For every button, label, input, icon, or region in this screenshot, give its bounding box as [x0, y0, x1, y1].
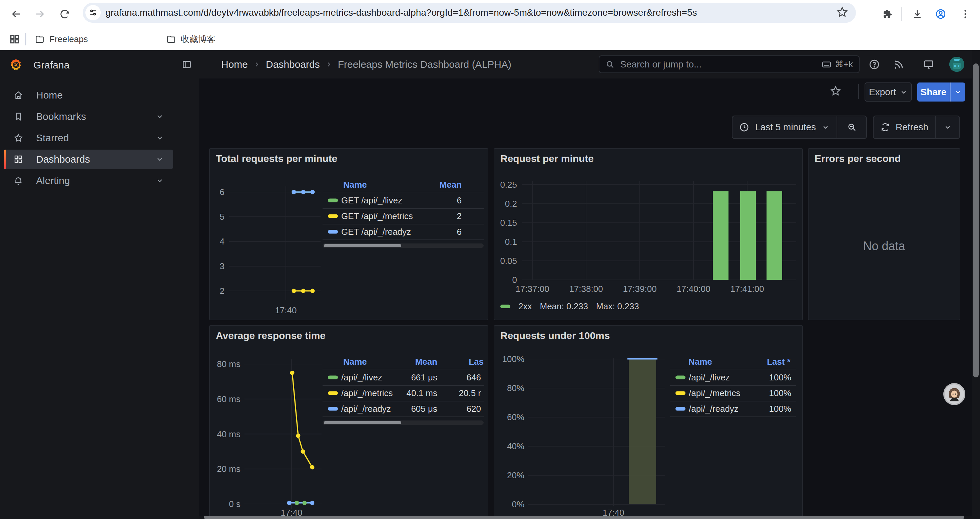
series-color-pill[interactable]	[675, 391, 686, 395]
legend-row[interactable]: /api/_/livez661 μs646	[323, 369, 484, 385]
news-rss-icon[interactable]	[892, 57, 906, 72]
export-button[interactable]: Export	[865, 83, 912, 102]
chevron-right-icon	[253, 61, 261, 68]
breadcrumb-item[interactable]: Home	[221, 59, 248, 70]
scrollbar-thumb[interactable]	[324, 244, 401, 247]
legend-column-header[interactable]: Name	[689, 357, 712, 367]
legend-row[interactable]: /api/_/readyz100%	[670, 401, 796, 417]
legend-row[interactable]: GET /api/_/metrics2	[323, 208, 484, 224]
sidebar-item-home[interactable]: Home	[4, 86, 173, 105]
favorite-star-icon[interactable]	[830, 85, 842, 97]
legend-table[interactable]: NameLast */api/_/livez100%/api/_/metrics…	[670, 355, 796, 425]
sidebar-item-starred[interactable]: Starred	[4, 128, 173, 148]
sidebar-item-dashboards[interactable]: Dashboards	[4, 150, 173, 169]
help-icon[interactable]	[867, 57, 881, 72]
profile-icon[interactable]	[933, 7, 948, 21]
legend-row[interactable]: GET /api/_/livez6	[323, 192, 484, 208]
svg-text:40%: 40%	[507, 441, 524, 451]
sidebar-item-label: Bookmarks	[36, 111, 86, 122]
chevron-down-icon	[156, 155, 164, 163]
bookmark-folder[interactable]: 收藏博客	[166, 31, 215, 48]
time-range-picker[interactable]: Last 5 minutes	[732, 115, 867, 139]
assistant-avatar-widget[interactable]	[943, 383, 965, 405]
legend-column-header[interactable]: Mean	[440, 180, 461, 190]
sidebar-item-label: Dashboards	[36, 153, 90, 165]
legend-column-header[interactable]: Las	[469, 357, 484, 367]
scrollbar-thumb[interactable]	[324, 421, 401, 424]
svg-text:17:41:00: 17:41:00	[730, 284, 764, 294]
chevron-down-icon	[156, 134, 164, 142]
bookmark-folder[interactable]: Freeleaps	[35, 31, 88, 48]
legend-table[interactable]: NameMeanGET /api/_/livez6GET /api/_/metr…	[323, 178, 484, 251]
grafana-logo-icon[interactable]	[10, 58, 23, 72]
legend-scrollbar[interactable]	[323, 243, 484, 248]
legend-scrollbar[interactable]	[323, 420, 484, 425]
legend-column-header[interactable]: Name	[343, 180, 367, 190]
table-divider	[670, 417, 796, 417]
horizontal-scrollbar[interactable]	[199, 516, 980, 519]
product-name: Grafana	[33, 59, 69, 71]
forward-button[interactable]	[33, 7, 48, 21]
keyboard-icon	[822, 59, 832, 69]
series-color-pill[interactable]	[328, 214, 338, 218]
search-input[interactable]: Search or jump to... ⌘+k	[599, 56, 859, 73]
url-text[interactable]: grafana.mathmast.com/d/deytv4rwavabkb/fr…	[105, 7, 856, 18]
legend-row[interactable]: /api/_/metrics100%	[670, 385, 796, 401]
series-color-pill[interactable]	[675, 375, 686, 379]
panel-title: Errors per second	[815, 153, 900, 164]
sidebar-toggle-icon[interactable]	[182, 59, 192, 69]
extensions-icon[interactable]	[881, 7, 895, 21]
group-divider	[935, 116, 935, 138]
reload-button[interactable]	[57, 7, 72, 21]
svg-text:60 ms: 60 ms	[217, 394, 240, 404]
breadcrumb-item[interactable]: Dashboards	[266, 59, 320, 70]
scrollbar-thumb[interactable]	[973, 64, 978, 377]
svg-text:100%: 100%	[502, 354, 525, 364]
vertical-scrollbar[interactable]	[972, 50, 980, 519]
monitor-icon[interactable]	[922, 57, 935, 72]
main-area: HomeDashboardsFreeleaps Metrics Dashboar…	[199, 50, 980, 519]
svg-text:17:38:00: 17:38:00	[569, 284, 603, 294]
apps-grid-icon[interactable]	[7, 32, 22, 46]
download-icon[interactable]	[910, 7, 924, 21]
series-color-pill[interactable]	[328, 407, 338, 410]
legend-row[interactable]: /api/_/livez100%	[670, 369, 796, 385]
zoom-out-icon[interactable]	[847, 122, 857, 132]
site-settings-icon[interactable]	[85, 5, 101, 21]
back-button[interactable]	[9, 7, 23, 21]
bookmark-star-icon[interactable]	[836, 6, 850, 20]
refresh-label: Refresh	[896, 122, 928, 133]
sidebar-item-label: Alerting	[36, 175, 70, 186]
address-bar[interactable]: grafana.mathmast.com/d/deytv4rwavabkb/fr…	[83, 3, 856, 23]
legend-row[interactable]: /api/_/metrics40.1 ms20.5 r	[323, 385, 484, 401]
series-color-pill[interactable]	[328, 198, 338, 202]
refresh-picker[interactable]: Refresh	[873, 115, 960, 139]
legend-column-header[interactable]: Name	[343, 357, 367, 367]
legend-column-header[interactable]: Last *	[767, 357, 791, 367]
panel-total-requests[interactable]: Total requests per minute 6543217:40 Nam…	[209, 148, 488, 320]
legend-row[interactable]: /api/_/readyz605 μs620	[323, 401, 484, 417]
share-menu-button[interactable]	[950, 83, 965, 102]
series-color-pill[interactable]	[328, 230, 338, 233]
bookmark-icon	[13, 112, 23, 121]
sidebar-item-alerting[interactable]: Alerting	[4, 171, 173, 190]
browser-menu-icon[interactable]	[958, 7, 973, 21]
legend-table[interactable]: NameMeanLas/api/_/livez661 μs646/api/_/m…	[323, 355, 484, 430]
panel-average-response-time[interactable]: Average response time 80 ms60 ms40 ms20 …	[209, 325, 488, 518]
series-color-pill[interactable]	[328, 375, 338, 379]
legend-row[interactable]: GET /api/_/readyz6	[323, 224, 484, 240]
legend-column-header[interactable]: Mean	[415, 357, 437, 367]
sidebar-item-bookmarks[interactable]: Bookmarks	[4, 107, 173, 126]
share-button[interactable]: Share	[917, 83, 950, 102]
user-avatar[interactable]	[949, 57, 964, 72]
legend-item-2xx[interactable]: 2xx Mean: 0.233 Max: 0.233	[500, 301, 639, 311]
sidebar-item-label: Home	[36, 89, 63, 101]
svg-text:17:40:00: 17:40:00	[676, 284, 710, 294]
series-color-pill[interactable]	[675, 407, 686, 410]
chevron-down-icon	[954, 88, 962, 96]
scrollbar-thumb[interactable]	[204, 516, 964, 519]
panel-errors-per-second[interactable]: Errors per second No data	[808, 148, 960, 320]
panel-request-per-minute[interactable]: Request per minute 0.250.20.150.10.05017…	[494, 148, 803, 320]
panel-requests-under-100ms[interactable]: Requests under 100ms 100%80%60%40%20%0%1…	[494, 325, 803, 518]
series-color-pill[interactable]	[328, 391, 338, 395]
